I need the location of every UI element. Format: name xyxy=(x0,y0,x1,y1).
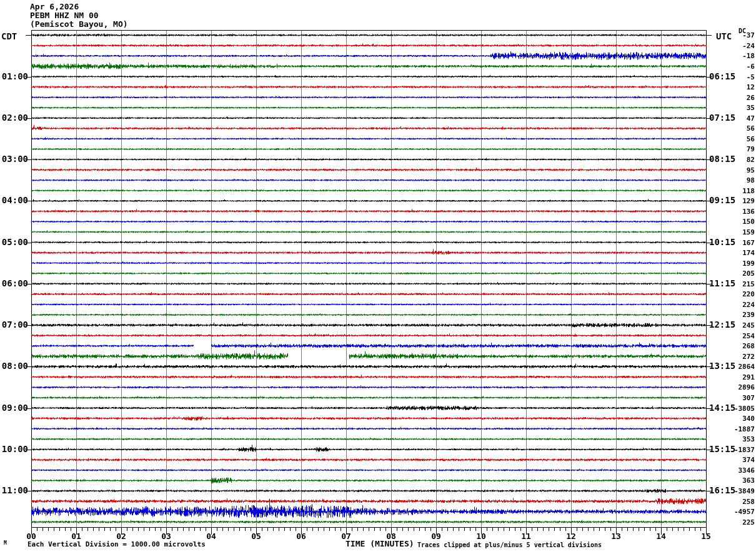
x-axis-title: TIME (MINUTES) xyxy=(346,539,414,548)
x-tick-label: 05 xyxy=(245,531,267,541)
dc-value: 353 xyxy=(724,435,755,443)
dc-value: 363 xyxy=(724,476,755,485)
dc-value: 225 xyxy=(724,518,755,526)
dc-value: 199 xyxy=(724,259,755,268)
left-time-label: 05:00 xyxy=(0,237,28,247)
dc-value: 2896 xyxy=(724,383,755,391)
x-tick-label: 09 xyxy=(425,531,447,541)
dc-value: 174 xyxy=(724,249,755,257)
dc-value: 258 xyxy=(724,498,755,506)
dc-value: 374 xyxy=(724,456,755,464)
left-time-label: 06:00 xyxy=(0,278,28,288)
left-timezone-label: CDT xyxy=(1,31,17,41)
x-tick-label: 11 xyxy=(515,531,537,541)
dc-value: 291 xyxy=(724,373,755,381)
dc-value: 268 xyxy=(724,342,755,350)
x-tick-label: 02 xyxy=(110,531,132,541)
x-tick-label: 04 xyxy=(200,531,222,541)
dc-value: 12 xyxy=(724,83,755,91)
left-time-label: 11:00 xyxy=(0,485,28,495)
title-station: PEBM HHZ NM 00 xyxy=(30,11,99,20)
dc-value: 272 xyxy=(724,353,755,361)
left-time-label: 01:00 xyxy=(0,71,28,81)
dc-value: 35 xyxy=(724,104,755,112)
dc-value: 239 xyxy=(724,311,755,319)
vertical-division-note: Each Vertical Division = 1000.00 microvo… xyxy=(27,540,206,548)
left-time-label: 08:00 xyxy=(0,361,28,371)
x-tick-label: 03 xyxy=(155,531,177,541)
dc-value: 95 xyxy=(724,166,755,174)
helicorder-plot xyxy=(0,0,756,554)
x-tick-label: 01 xyxy=(65,531,87,541)
left-time-label: 03:00 xyxy=(0,154,28,164)
dc-value: 79 xyxy=(724,145,755,153)
left-time-label: 02:00 xyxy=(0,113,28,123)
dc-value: 307 xyxy=(724,394,755,402)
x-tick-label: 00 xyxy=(20,531,42,541)
dc-value: 136 xyxy=(724,208,755,216)
x-tick-label: 12 xyxy=(560,531,582,541)
dc-value: 224 xyxy=(724,301,755,309)
helicorder-page: Apr 6,2026 PEBM HHZ NM 00 (Pemiscot Bayo… xyxy=(0,0,756,554)
dc-value: 2864 xyxy=(724,363,755,371)
dc-value: -6 xyxy=(724,63,755,71)
dc-value: 56 xyxy=(724,124,755,133)
x-tick-label: 10 xyxy=(470,531,492,541)
dc-value: 150 xyxy=(724,218,755,226)
dc-value: -1837 xyxy=(724,446,755,454)
title-date: Apr 6,2026 xyxy=(30,3,79,11)
x-tick-label: 06 xyxy=(290,531,312,541)
x-tick-label: 15 xyxy=(695,531,717,541)
dc-value: 159 xyxy=(724,228,755,236)
dc-value: 340 xyxy=(724,415,755,423)
title-location: (Pemiscot Bayou, MO) xyxy=(30,20,128,29)
dc-value: 47 xyxy=(724,114,755,123)
dc-value: -4957 xyxy=(724,508,755,516)
dc-value: 129 xyxy=(724,197,755,205)
dc-value: -24 xyxy=(724,42,755,50)
dc-value: 167 xyxy=(724,239,755,247)
left-time-label: 10:00 xyxy=(0,444,28,454)
dc-value: -18 xyxy=(724,52,755,60)
dc-value: 26 xyxy=(724,94,755,102)
x-tick-label: 14 xyxy=(650,531,672,541)
dc-value: -3805 xyxy=(724,405,755,413)
dc-value: -5 xyxy=(724,73,755,81)
dc-value: 245 xyxy=(724,321,755,330)
dc-value: 82 xyxy=(724,156,755,164)
dc-value: 205 xyxy=(724,269,755,278)
dc-value: -1887 xyxy=(724,425,755,433)
dc-value: 220 xyxy=(724,290,755,298)
dc-value: 3346 xyxy=(724,466,755,475)
x-tick-label: 13 xyxy=(605,531,627,541)
left-time-label: 07:00 xyxy=(0,320,28,330)
dc-value: 215 xyxy=(724,280,755,288)
dc-value: 98 xyxy=(724,176,755,184)
dc-value: -3849 xyxy=(724,487,755,495)
clip-note: Traces clipped at plus/minus 5 vertical … xyxy=(417,541,602,548)
dc-value: -37 xyxy=(724,31,755,39)
scale-mark-icon: M xyxy=(4,540,7,546)
dc-value: 56 xyxy=(724,135,755,143)
dc-value: 118 xyxy=(724,187,755,195)
left-time-label: 04:00 xyxy=(0,195,28,205)
left-time-label: 09:00 xyxy=(0,403,28,413)
dc-value: 254 xyxy=(724,332,755,340)
